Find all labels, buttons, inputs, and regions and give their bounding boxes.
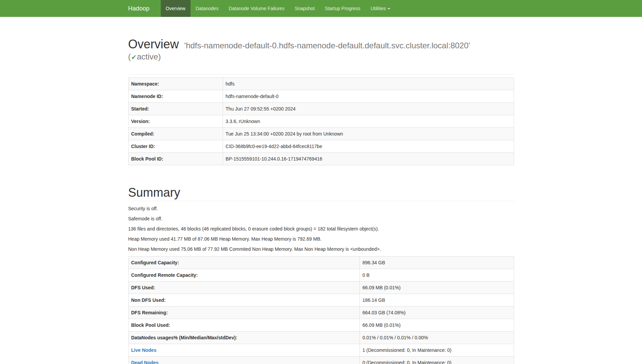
status-text: active: [137, 52, 158, 61]
page-title-text: Overview: [128, 37, 179, 51]
non-heap-memory-line: Non Heap Memory used 75.06 MB of 77.92 M…: [128, 246, 514, 253]
nav-link-datanodes[interactable]: Datanodes: [191, 0, 224, 17]
table-row-configured-remote-capacity: Configured Remote Capacity: 0 B: [128, 269, 514, 281]
row-value: 0.01% / 0.01% / 0.01% / 0.00%: [359, 331, 514, 344]
row-label: DFS Remaining:: [128, 306, 359, 319]
overview-page-header: Overview 'hdfs-namenode-default-0.hdfs-n…: [128, 37, 514, 74]
table-row-dfs-remaining: DFS Remaining: 664.03 GB (74.08%): [128, 306, 514, 319]
nav-link-overview[interactable]: Overview: [161, 0, 191, 17]
main-content: Overview 'hdfs-namenode-default-0.hdfs-n…: [123, 37, 519, 364]
nav-item-snapshot: Snapshot: [290, 0, 320, 17]
row-label: Configured Remote Capacity:: [128, 269, 359, 281]
live-nodes-link[interactable]: Live Nodes: [131, 347, 157, 353]
row-value: BP-1515559101-10.244.0.16-1719474769416: [223, 153, 514, 165]
row-value: 66.09 MB (0.01%): [359, 281, 514, 294]
filesystem-objects-line: 136 files and directories, 46 blocks (46…: [128, 226, 514, 233]
table-row-live-nodes: Live Nodes 1 (Decommissioned: 0, In Main…: [128, 344, 514, 356]
status-paren-open: (: [128, 52, 131, 61]
row-value: 186.14 GB: [359, 294, 514, 306]
row-value: Thu Jun 27 09:52:55 +0200 2024: [223, 103, 514, 115]
row-value: 896.34 GB: [359, 256, 514, 269]
dead-nodes-link[interactable]: Dead Nodes: [131, 360, 159, 364]
nav-link-snapshot[interactable]: Snapshot: [290, 0, 320, 17]
row-label: Compiled:: [128, 128, 223, 140]
row-label: Dead Nodes: [128, 356, 359, 364]
row-label: Cluster ID:: [128, 140, 223, 153]
table-row-cluster-id: Cluster ID: CID-368b9fc0-ee19-4d22-abbd-…: [128, 140, 514, 153]
security-status-line: Security is off.: [128, 205, 514, 212]
nav-link-startup-progress[interactable]: Startup Progress: [320, 0, 366, 17]
navbar: Hadoop Overview Datanodes Datanode Volum…: [0, 0, 642, 17]
row-label: Configured Capacity:: [128, 256, 359, 269]
row-label: Namenode ID:: [128, 90, 223, 103]
row-label: Non DFS Used:: [128, 294, 359, 306]
safemode-status-line: Safemode is off.: [128, 216, 514, 222]
table-row-datanodes-usages: DataNodes usages% (Min/Median/Max/stdDev…: [128, 331, 514, 344]
nav-item-utilities: Utilities: [366, 0, 395, 17]
row-value: 0 (Decommissioned: 0, In Maintenance: 0): [359, 356, 514, 364]
row-value: 3.3.6, rUnknown: [223, 115, 514, 128]
table-row-version: Version: 3.3.6, rUnknown: [128, 115, 514, 128]
namenode-status: (✔active): [128, 52, 514, 62]
table-row-compiled: Compiled: Tue Jun 25 13:34:00 +0200 2024…: [128, 128, 514, 140]
row-value: 66.09 MB (0.01%): [359, 319, 514, 331]
page-title: Overview 'hdfs-namenode-default-0.hdfs-n…: [128, 37, 514, 62]
row-label: Block Pool Used:: [128, 319, 359, 331]
table-row-configured-capacity: Configured Capacity: 896.34 GB: [128, 256, 514, 269]
check-icon: ✔: [131, 54, 137, 61]
table-row-block-pool-id: Block Pool ID: BP-1515559101-10.244.0.16…: [128, 153, 514, 165]
nav-item-datanode-volume-failures: Datanode Volume Failures: [224, 0, 290, 17]
row-label: Version:: [128, 115, 223, 128]
table-row-started: Started: Thu Jun 27 09:52:55 +0200 2024: [128, 103, 514, 115]
row-value: hdfs: [223, 78, 514, 90]
row-value: 1 (Decommissioned: 0, In Maintenance: 0): [359, 344, 514, 356]
navbar-menu: Overview Datanodes Datanode Volume Failu…: [161, 0, 395, 17]
row-label: Live Nodes: [128, 344, 359, 356]
row-value: Tue Jun 25 13:34:00 +0200 2024 by root f…: [223, 128, 514, 140]
nav-link-datanode-volume-failures[interactable]: Datanode Volume Failures: [224, 0, 290, 17]
table-row-dfs-used: DFS Used: 66.09 MB (0.01%): [128, 281, 514, 294]
overview-table: Namespace: hdfs Namenode ID: hdfs-nameno…: [128, 77, 514, 165]
navbar-brand[interactable]: Hadoop: [128, 0, 155, 17]
status-paren-close: ): [158, 52, 161, 61]
heap-memory-line: Heap Memory used 41.77 MB of 87.06 MB He…: [128, 236, 514, 243]
nav-item-datanodes: Datanodes: [191, 0, 224, 17]
table-row-namenode-id: Namenode ID: hdfs-namenode-default-0: [128, 90, 514, 103]
summary-page-header: Summary: [128, 185, 514, 201]
row-value: 664.03 GB (74.08%): [359, 306, 514, 319]
caret-down-icon: [388, 8, 390, 9]
table-row-non-dfs-used: Non DFS Used: 186.14 GB: [128, 294, 514, 306]
row-value: hdfs-namenode-default-0: [223, 90, 514, 103]
row-label: DFS Used:: [128, 281, 359, 294]
nav-item-startup-progress: Startup Progress: [320, 0, 366, 17]
table-row-block-pool-used: Block Pool Used: 66.09 MB (0.01%): [128, 319, 514, 331]
utilities-label: Utilities: [371, 6, 386, 11]
nav-item-overview: Overview: [161, 0, 191, 17]
row-value: CID-368b9fc0-ee19-4d22-abbd-84fcec8117be: [223, 140, 514, 153]
summary-title: Summary: [128, 185, 514, 200]
row-label: Namespace:: [128, 78, 223, 90]
namenode-address: 'hdfs-namenode-default-0.hdfs-namenode-d…: [184, 41, 470, 50]
row-label: Block Pool ID:: [128, 153, 223, 165]
summary-text: Security is off. Safemode is off. 136 fi…: [128, 205, 514, 253]
row-label: Started:: [128, 103, 223, 115]
table-row-dead-nodes: Dead Nodes 0 (Decommissioned: 0, In Main…: [128, 356, 514, 364]
summary-table: Configured Capacity: 896.34 GB Configure…: [128, 256, 514, 364]
row-value: 0 B: [359, 269, 514, 281]
nav-link-utilities-dropdown[interactable]: Utilities: [366, 0, 395, 17]
row-label: DataNodes usages% (Min/Median/Max/stdDev…: [128, 331, 359, 344]
table-row-namespace: Namespace: hdfs: [128, 78, 514, 90]
